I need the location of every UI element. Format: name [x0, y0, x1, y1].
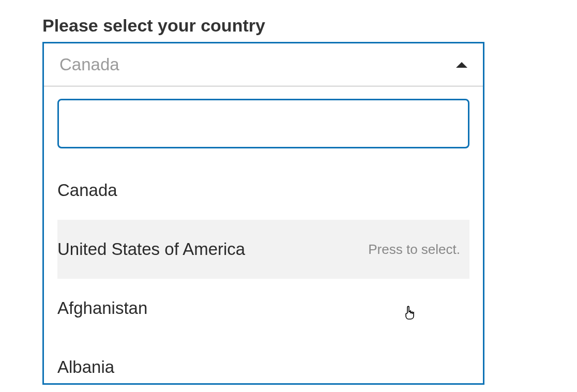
dropdown-header[interactable]: Canada	[44, 43, 483, 86]
dropdown-option-united-states[interactable]: United States of America Press to select…	[57, 220, 469, 279]
country-dropdown: Canada Canada United States of America P…	[42, 42, 484, 385]
options-wrapper: Canada United States of America Press to…	[57, 161, 469, 383]
option-label: Canada	[57, 180, 117, 200]
dropdown-body: Canada United States of America Press to…	[44, 86, 483, 383]
option-label: Afghanistan	[57, 298, 147, 318]
field-label: Please select your country	[42, 16, 577, 36]
caret-up-icon	[456, 62, 467, 68]
dropdown-option-afghanistan[interactable]: Afghanistan	[57, 279, 469, 338]
options-list: Canada United States of America Press to…	[57, 161, 469, 383]
dropdown-selected-value: Canada	[59, 55, 119, 74]
option-hint: Press to select.	[368, 242, 460, 258]
dropdown-option-albania[interactable]: Albania	[57, 338, 469, 383]
dropdown-search-input[interactable]	[57, 99, 469, 148]
dropdown-option-canada[interactable]: Canada	[57, 161, 469, 220]
option-label: United States of America	[57, 239, 245, 259]
option-label: Albania	[57, 357, 114, 377]
